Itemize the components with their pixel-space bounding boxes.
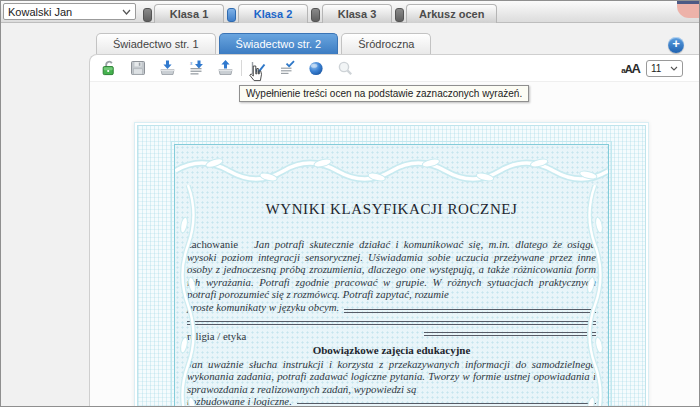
corner-decoration [677, 1, 700, 18]
tab-grip [311, 8, 320, 22]
tab-klasa-2[interactable]: Klasa 2 [238, 4, 308, 23]
vine-ornament-right [582, 185, 608, 406]
behavior-last-line: proste komunikaty w języku obcym. [187, 301, 596, 314]
section-divider-line [187, 321, 596, 325]
behavior-text: Jan potrafi skutecznie działać i komunik… [187, 238, 596, 300]
tab-label: Klasa 1 [170, 8, 209, 20]
chevron-down-icon [122, 9, 131, 15]
compulsory-last-line: rozbudowane i logiczne. [187, 395, 596, 406]
tab-grip [143, 8, 152, 22]
fill-text-icon[interactable]: s [186, 59, 206, 78]
export-tray-icon[interactable] [215, 59, 235, 78]
tab-label: Klasa 2 [254, 8, 293, 20]
certificate-body: WYNIKI KLASYFIKACJI ROCZNEJ zachowanieJa… [175, 145, 608, 406]
add-tab-button[interactable]: + [668, 37, 684, 53]
subtab-label: Świadectwo str. 2 [236, 38, 322, 50]
hand-cursor-icon [247, 65, 263, 83]
compulsory-heading: Obowiązkowe zajęcia edukacyjne [187, 344, 596, 356]
toolbar-separator [241, 60, 242, 76]
certificate-subtabs: Świadectwo str. 1 Świadectwo str. 2 Śród… [96, 33, 431, 54]
subtab-label: Śródroczna [358, 38, 414, 50]
fill-grades-icon[interactable] [277, 59, 297, 78]
dotted-fill-line [344, 309, 596, 313]
certificate-frame: WYNIKI KLASYFIKACJI ROCZNEJ zachowanieJa… [174, 144, 609, 406]
behavior-paragraph: zachowanieJan potrafi skutecznie działać… [187, 238, 596, 301]
compulsory-text: Jan uważnie słucha instrukcji i korzysta… [187, 358, 596, 395]
save-icon[interactable] [128, 59, 148, 78]
application-window: Kowalski Jan Klasa 1 Klasa 2 Klasa 3 Ark… [0, 0, 700, 407]
import-tray-icon[interactable] [157, 59, 177, 78]
behavior-last-text: proste komunikaty w języku obcym. [187, 301, 339, 314]
svg-text:s: s [190, 60, 193, 66]
tab-arkusz-ocen[interactable]: Arkusz ocen [406, 4, 497, 23]
top-bar: Kowalski Jan Klasa 1 Klasa 2 Klasa 3 Ark… [1, 1, 699, 23]
tooltip: Wypełnienie treści ocen na podstawie zaz… [239, 85, 529, 102]
globe-icon[interactable] [306, 59, 326, 78]
tab-label: Arkusz ocen [419, 8, 484, 20]
compulsory-paragraph: Jan uważnie słucha instrukcji i korzysta… [187, 358, 596, 396]
document-viewer: WYNIKI KLASYFIKACJI ROCZNEJ zachowanieJa… [90, 82, 699, 406]
font-size-buttons[interactable]: aAA [621, 59, 640, 77]
certificate-border-band: WYNIKI KLASYFIKACJI ROCZNEJ zachowanieJa… [137, 125, 646, 406]
tab-klasa-3[interactable]: Klasa 3 [322, 4, 392, 23]
tab-klasa-1[interactable]: Klasa 1 [154, 4, 224, 23]
chevron-down-icon [670, 66, 678, 71]
tab-grip [395, 8, 404, 22]
content-panel: s [89, 54, 699, 406]
zoom-icon[interactable] [335, 59, 355, 78]
tab-label: Klasa 3 [338, 8, 377, 20]
student-select[interactable]: Kowalski Jan [3, 3, 136, 20]
font-controls: aAA 11 [621, 59, 689, 77]
religion-fill-line [424, 332, 596, 336]
font-medium-icon: A [625, 63, 632, 75]
plus-icon: + [672, 36, 680, 51]
religion-row: religia / etyka [187, 330, 596, 342]
vine-ornament-top [175, 145, 608, 191]
class-tabs: Klasa 1 Klasa 2 Klasa 3 Arkusz ocen [143, 3, 500, 23]
tab-grip-active [227, 8, 236, 22]
subtab-label: Świadectwo str. 1 [113, 38, 199, 50]
font-large-icon: A [632, 61, 640, 76]
font-size-value: 11 [651, 63, 661, 74]
unlock-icon[interactable] [99, 59, 119, 78]
student-select-value: Kowalski Jan [8, 6, 122, 18]
toolbar: s [90, 55, 699, 82]
vine-ornament-left [175, 185, 201, 406]
certificate-title: WYNIKI KLASYFIKACJI ROCZNEJ [187, 201, 596, 218]
font-size-select[interactable]: 11 [646, 60, 683, 77]
subtab-srodroczna[interactable]: Śródroczna [341, 33, 431, 54]
dotted-fill-line [297, 403, 596, 406]
compulsory-last-text: rozbudowane i logiczne. [187, 395, 292, 406]
subtab-swiadectwo-str-1[interactable]: Świadectwo str. 1 [96, 33, 216, 54]
certificate-page[interactable]: WYNIKI KLASYFIKACJI ROCZNEJ zachowanieJa… [134, 122, 649, 406]
subtab-swiadectwo-str-2[interactable]: Świadectwo str. 2 [219, 33, 339, 54]
